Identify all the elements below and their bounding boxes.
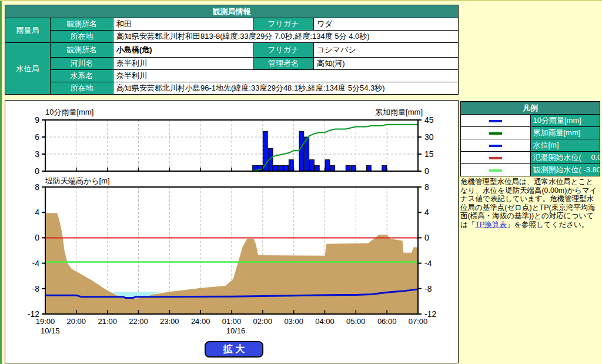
svg-text:0: 0 (35, 233, 39, 242)
crisis-gauge-note: 危機管理型水位局は、通常水位局とことなり、水位を堤防天端高(0.00m)からマイ… (460, 178, 600, 229)
svg-text:0: 0 (424, 166, 429, 176)
svg-text:4: 4 (424, 208, 429, 217)
svg-text:累加雨量[mm]: 累加雨量[mm] (375, 108, 423, 116)
svg-text:05:00: 05:00 (346, 317, 366, 326)
rain-bar (289, 160, 293, 171)
waterlevel-station-address: 高知県安芸郡北川村小島96-1地先(緯度:33度29分48.1秒,経度:134度… (113, 82, 459, 95)
cumulative-rain-line (252, 125, 418, 171)
svg-text:02:00: 02:00 (253, 317, 273, 326)
svg-text:8: 8 (35, 182, 39, 192)
legend-label-cumulative-rain: 累加雨量[mm] (530, 127, 600, 139)
svg-text:8: 8 (424, 182, 429, 192)
tp-conversion-link[interactable]: TP換算表 (475, 221, 506, 229)
svg-text:3: 3 (35, 149, 39, 159)
note-text-2: 」を参照してください。 (507, 221, 589, 229)
svg-text:06:00: 06:00 (377, 317, 397, 326)
svg-text:24:00: 24:00 (191, 317, 210, 326)
rain-bar (299, 131, 304, 171)
rain-bar (310, 160, 315, 171)
rain-name-label: 観測所名 (51, 18, 113, 31)
water-level-swatch-icon (489, 145, 502, 147)
legend-label-flood-start: 氾濫開始水位( 0.00m) (530, 152, 600, 164)
legend-label-10min-rain: 10分雨量[mm] (530, 115, 600, 127)
rain-bar (351, 165, 356, 171)
wl-kana-label: フリガナ (253, 43, 314, 58)
svg-text:堤防天端高から[m]: 堤防天端高から[m] (45, 176, 110, 185)
obs-start-swatch-icon (489, 169, 502, 172)
svg-text:03:00: 03:00 (284, 317, 303, 326)
waterlevel-station-group-label: 水位局 (5, 43, 51, 95)
administrator-label: 管理者名 (253, 58, 314, 70)
legend-label-obs-start: 観測開始水位( -3.80m) (530, 164, 600, 176)
svg-text:-8: -8 (32, 284, 40, 293)
svg-text:4: 4 (35, 208, 39, 217)
station-info-table: 観測局情報 雨量局 観測所名 和田 フリガナ ワダ 所在地 高知県安芸郡北川村和… (5, 5, 459, 95)
svg-text:19:00: 19:00 (36, 317, 55, 326)
svg-text:07:00: 07:00 (409, 317, 428, 326)
rain-kana-label: フリガナ (253, 18, 314, 31)
legend-swatch-cumulative-rain (461, 127, 531, 139)
svg-text:10/15: 10/15 (41, 326, 60, 335)
rain-line-swatch-icon (489, 120, 502, 122)
svg-text:-4: -4 (424, 259, 432, 268)
river-system-label: 水系名 (51, 70, 113, 82)
rain-bar (330, 165, 335, 171)
svg-text:10/16: 10/16 (226, 326, 246, 335)
rain-station-group-label: 雨量局 (5, 18, 51, 43)
rain-bar (382, 165, 387, 171)
wl-address-label: 所在地 (51, 82, 113, 95)
svg-text:22:00: 22:00 (129, 317, 148, 326)
station-info-title: 観測局情報 (5, 5, 459, 18)
flood-start-swatch-icon (489, 157, 502, 159)
page-left-border (0, 0, 2, 364)
svg-text:21:00: 21:00 (98, 317, 117, 326)
svg-text:0: 0 (35, 166, 39, 176)
rain-bar (315, 165, 319, 171)
svg-text:6: 6 (35, 132, 39, 142)
svg-text:0: 0 (424, 233, 429, 242)
legend-swatch-water-level (461, 139, 531, 152)
legend-title: 凡例 (461, 102, 600, 115)
legend-swatch-obs-start (461, 164, 531, 176)
rain-station-address: 高知県安芸郡北川村和田813-8(緯度:33度29分 7.0秒,経度:134度 … (113, 31, 459, 43)
svg-text:30: 30 (424, 132, 434, 142)
rain-bar (325, 160, 330, 171)
waterlevel-station-name: 小島橋(危) (113, 43, 253, 58)
river-name-label: 河川名 (51, 58, 113, 70)
chart-panel: 0369015304510分雨量[mm]累加雨量[mm]-12-12-8-8-4… (5, 100, 459, 363)
cumulative-line-swatch-icon (489, 132, 502, 135)
legend-label-water-level: 水位[m] (530, 139, 600, 152)
rain-bar (279, 165, 283, 171)
river-system-name: 奈半利川 (113, 70, 459, 82)
rainfall-and-waterlevel-charts: 0369015304510分雨量[mm]累加雨量[mm]-12-12-8-8-4… (5, 101, 457, 362)
legend-swatch-10min-rain (461, 115, 531, 127)
rain-bar (366, 165, 371, 171)
svg-text:-4: -4 (32, 259, 40, 268)
rain-station-kana: ワダ (314, 18, 459, 31)
zoom-button[interactable]: 拡大 (205, 341, 263, 358)
svg-text:15: 15 (424, 149, 434, 159)
rain-bar (284, 165, 289, 171)
legend: 凡例 10分雨量[mm] 累加雨量[mm] 水位[m] 氾濫開始水位( 0.00… (460, 101, 600, 176)
rain-station-name: 和田 (113, 18, 253, 31)
river-name: 奈半利川 (113, 58, 253, 70)
svg-text:10分雨量[mm]: 10分雨量[mm] (45, 108, 93, 116)
svg-text:45: 45 (424, 115, 434, 125)
svg-text:-8: -8 (424, 284, 432, 293)
svg-text:04:00: 04:00 (315, 317, 335, 326)
wl-name-label: 観測所名 (51, 43, 113, 58)
svg-text:9: 9 (35, 115, 39, 125)
legend-swatch-flood-start (461, 152, 531, 164)
rain-address-label: 所在地 (51, 31, 113, 43)
rain-bar (273, 165, 278, 171)
administrator-name: 高知(河) (314, 58, 459, 70)
svg-text:23:00: 23:00 (160, 317, 179, 326)
rain-bar (346, 165, 350, 171)
waterlevel-station-kana: コシマバシ (314, 43, 459, 58)
svg-text:20:00: 20:00 (67, 317, 86, 326)
page-top-border (0, 0, 602, 1)
svg-text:01:00: 01:00 (222, 317, 242, 326)
